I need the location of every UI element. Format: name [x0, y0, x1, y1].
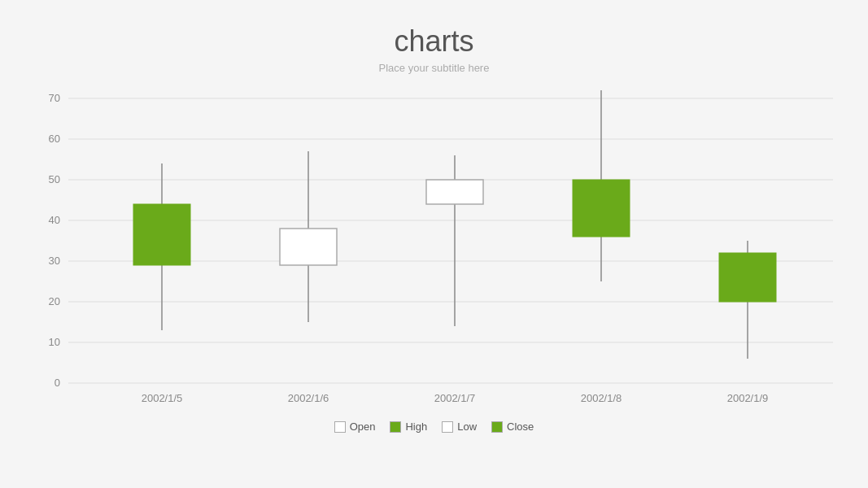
svg-text:20: 20 — [48, 295, 59, 307]
svg-text:0: 0 — [54, 377, 59, 389]
chart-svg: 70 60 50 40 30 20 10 0 — [20, 82, 849, 407]
chart-container: charts Place your subtitle here 70 60 50… — [0, 0, 868, 488]
x-label-2: 2002/1/6 — [287, 392, 329, 404]
legend-low-label: Low — [457, 420, 477, 433]
x-label-5: 2002/1/9 — [726, 392, 768, 404]
legend-high-box — [390, 421, 401, 433]
x-label-4: 2002/1/8 — [580, 392, 622, 404]
candle-5 — [719, 253, 776, 302]
candle-3 — [426, 180, 483, 204]
legend-high-label: High — [405, 420, 427, 433]
svg-text:40: 40 — [48, 214, 59, 226]
svg-text:50: 50 — [48, 173, 59, 185]
chart-legend: Open High Low Close — [334, 420, 534, 433]
chart-subtitle: Place your subtitle here — [379, 62, 490, 74]
legend-low-box — [442, 421, 453, 433]
candle-4 — [573, 180, 630, 237]
x-label-3: 2002/1/7 — [434, 392, 475, 404]
chart-title: charts — [394, 24, 473, 59]
legend-open: Open — [334, 420, 376, 433]
x-label-1: 2002/1/5 — [141, 392, 182, 404]
svg-text:10: 10 — [48, 336, 59, 348]
legend-close-label: Close — [507, 420, 534, 433]
legend-open-label: Open — [350, 420, 376, 433]
chart-area: 70 60 50 40 30 20 10 0 — [20, 82, 849, 407]
candle-1 — [133, 204, 190, 265]
svg-text:60: 60 — [48, 133, 59, 145]
svg-text:30: 30 — [48, 255, 59, 267]
legend-close: Close — [491, 420, 534, 433]
legend-close-box — [491, 421, 503, 433]
legend-low: Low — [442, 420, 477, 433]
legend-high: High — [390, 420, 427, 433]
legend-open-box — [334, 421, 346, 433]
candle-2 — [280, 229, 337, 265]
svg-text:70: 70 — [48, 92, 59, 104]
